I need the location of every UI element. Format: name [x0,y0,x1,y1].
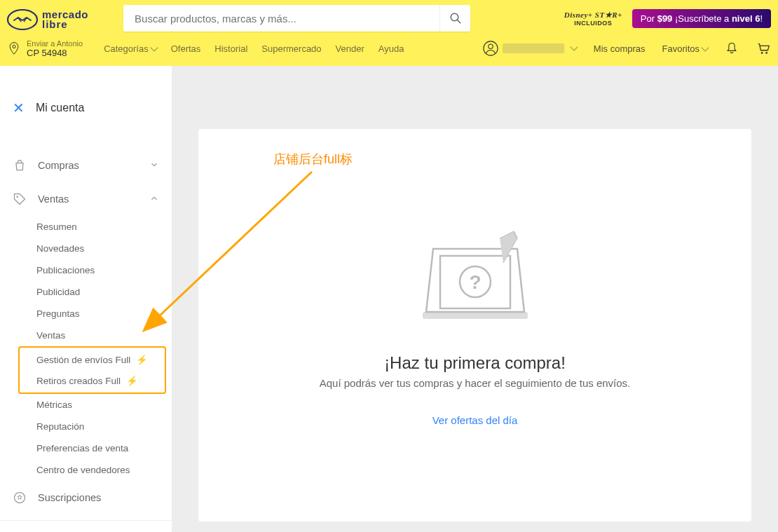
logo[interactable]: mercado libre [7,9,88,30]
sidebar-compras[interactable]: Compras [0,149,172,182]
sidebar: ✕ Mi cuenta Compras Ventas Resu [0,66,172,532]
svg-point-8 [16,196,18,198]
sub-publicidad[interactable]: Publicidad [36,281,159,303]
search-icon [449,12,462,25]
close-icon[interactable]: ✕ [13,100,25,116]
nav-favoritos[interactable]: Favoritos [662,43,708,54]
svg-point-7 [765,52,767,54]
ventas-submenu: Resumen Novedades Publicaciones Publicid… [0,216,172,346]
user-menu[interactable] [483,41,577,56]
nav-categorias[interactable]: Categorías [104,43,157,54]
full-highlight-box: Gestión de envíos Full ⚡ Retiros creados… [18,346,166,394]
svg-point-6 [761,52,763,54]
ventas-submenu-2: Métricas Reputación Preferencias de vent… [0,394,172,481]
nav-ayuda[interactable]: Ayuda [378,43,404,54]
nav-right: Mis compras Favoritos [483,41,771,56]
divider [0,520,172,521]
header-bottom-row: Enviar a Antonio CP 54948 Categorías Ofe… [0,32,778,64]
nav-historial[interactable]: Historial [214,43,247,54]
shipping-location[interactable]: Enviar a Antonio CP 54948 [7,39,83,58]
nav-mis-compras[interactable]: Mis compras [594,43,646,54]
disney-star-promo[interactable]: Disney+ ST★R+ INCLUIDOS [564,11,622,27]
sub-preferencias[interactable]: Preferencias de venta [36,437,159,459]
main-card: ? ¡Haz tu primera compra! Aquí podrás ve… [198,129,751,521]
bell-icon[interactable] [725,41,739,55]
user-icon [483,41,498,56]
chevron-down-icon [570,43,578,50]
svg-rect-13 [423,312,528,319]
main-area: ? ¡Haz tu primera compra! Aquí podrás ve… [172,66,778,532]
svg-point-3 [13,45,15,48]
sub-preguntas[interactable]: Preguntas [36,303,159,325]
sub-novedades[interactable]: Novedades [36,238,159,259]
nav-supermercado[interactable]: Supermercado [261,43,321,54]
sidebar-suscripciones[interactable]: Suscripciones [0,481,172,514]
subscribe-button[interactable]: Por $99 ¡Suscríbete a nivel 6! [632,9,771,28]
sub-gestion-envios-full[interactable]: Gestión de envíos Full ⚡ [36,349,165,370]
header: mercado libre Disney+ ST★R+ INCLUIDOS Po… [0,0,778,66]
search-box [123,5,470,32]
tag-icon [13,192,27,206]
lightning-icon: ⚡ [126,375,138,386]
chevron-up-icon [149,193,159,205]
content: ✕ Mi cuenta Compras Ventas Resu [0,66,778,532]
sub-centro-vendedores[interactable]: Centro de vendedores [36,459,159,481]
location-pin-icon [7,40,21,57]
star-badge-icon [13,491,27,505]
sidebar-ventas[interactable]: Ventas [0,182,172,216]
chevron-down-icon [701,43,709,51]
header-promo: Disney+ ST★R+ INCLUIDOS Por $99 ¡Suscríb… [564,9,771,28]
sub-reputacion[interactable]: Reputación [36,416,159,437]
nav-vender[interactable]: Vender [336,43,364,54]
search-input[interactable] [123,13,439,25]
location-line2: CP 54948 [27,48,83,58]
logo-handshake-icon [7,9,38,30]
sub-ventas[interactable]: Ventas [36,325,159,346]
sidebar-mi-cuenta[interactable]: ✕ Mi cuenta [0,87,172,129]
chevron-down-icon [149,160,159,172]
svg-text:?: ? [469,271,481,293]
sub-publicaciones[interactable]: Publicaciones [36,259,159,281]
bag-icon [13,158,27,172]
sidebar-facturacion[interactable]: Facturación [0,526,172,532]
empty-state-title: ¡Haz tu primera compra! [384,353,566,373]
empty-state-illustration: ? [409,224,542,339]
sub-metricas[interactable]: Métricas [36,394,159,416]
sub-retiros-full[interactable]: Retiros creados Full ⚡ [36,370,165,391]
svg-point-5 [489,44,493,48]
user-name-redacted [503,43,564,53]
svg-line-2 [457,20,460,23]
location-line1: Enviar a Antonio [27,39,83,48]
empty-state-subtitle: Aquí podrás ver tus compras y hacer el s… [320,377,631,389]
ver-ofertas-link[interactable]: Ver ofertas del día [432,414,518,426]
sub-resumen[interactable]: Resumen [36,216,159,238]
cart-icon[interactable] [756,41,771,56]
nav-links: Categorías Ofertas Historial Supermercad… [104,43,404,54]
logo-text: mercado libre [42,10,88,29]
chevron-down-icon [150,43,158,51]
search-button[interactable] [439,5,470,32]
nav-ofertas[interactable]: Ofertas [171,43,201,54]
header-top-row: mercado libre Disney+ ST★R+ INCLUIDOS Po… [0,0,778,32]
lightning-icon: ⚡ [136,354,148,365]
